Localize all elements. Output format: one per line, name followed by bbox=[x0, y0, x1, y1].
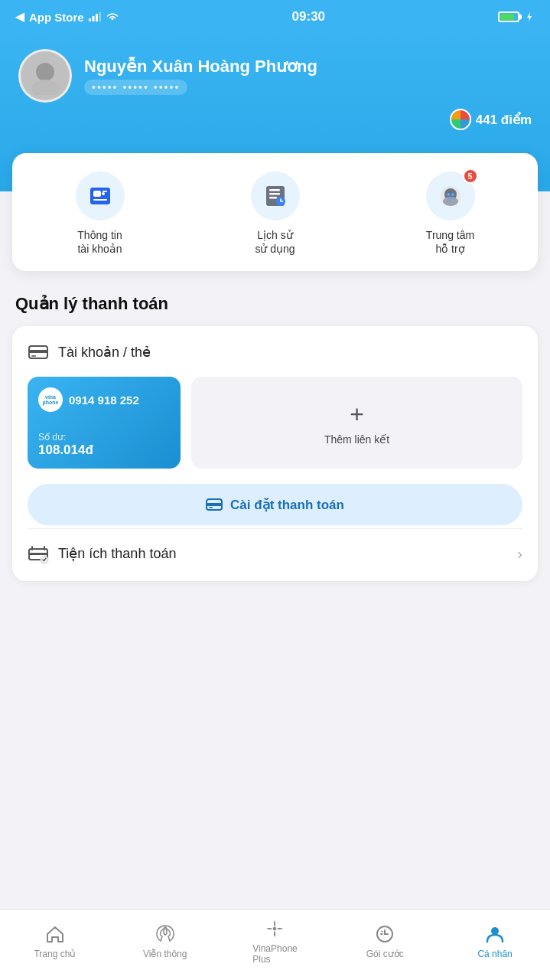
svg-rect-3 bbox=[99, 12, 101, 21]
svg-point-21 bbox=[451, 193, 454, 196]
svg-rect-8 bbox=[93, 191, 101, 197]
home-icon bbox=[44, 923, 67, 946]
support-badge: 5 bbox=[463, 168, 478, 184]
support-icon-wrap: 5 bbox=[426, 172, 475, 220]
tab-packages[interactable]: Gói cước bbox=[354, 923, 415, 959]
points-row: 441 điểm bbox=[18, 109, 532, 130]
account-info-icon bbox=[87, 183, 113, 209]
svg-rect-14 bbox=[269, 193, 280, 195]
svg-rect-13 bbox=[269, 189, 280, 191]
vina-balance-label: Số dư: bbox=[38, 432, 170, 443]
svg-rect-9 bbox=[93, 199, 107, 201]
svg-rect-26 bbox=[207, 503, 222, 506]
back-arrow: ◀ bbox=[15, 10, 24, 24]
quick-item-account-info[interactable]: Thông tintài khoản bbox=[68, 172, 132, 256]
quick-item-usage-history[interactable]: Lịch sửsử dụng bbox=[243, 172, 308, 256]
account-cards-row: vinaphone 0914 918 252 Số dư: 108.014đ +… bbox=[28, 377, 522, 469]
account-info-label: Thông tintài khoản bbox=[77, 228, 122, 256]
telecom-icon bbox=[154, 923, 177, 946]
signal-icon bbox=[89, 12, 101, 21]
vina-balance-section: Số dư: 108.014đ bbox=[38, 432, 170, 458]
utility-icon bbox=[28, 543, 49, 564]
account-card-title: Tài khoản / thẻ bbox=[58, 344, 151, 361]
svg-rect-1 bbox=[92, 16, 94, 21]
svg-point-6 bbox=[31, 80, 59, 95]
support-label: Trung tâmhỗ trợ bbox=[426, 228, 474, 256]
card-icon bbox=[28, 341, 49, 363]
vina-card-top: vinaphone 0914 918 252 bbox=[38, 387, 170, 412]
vina-balance: 108.014đ bbox=[38, 443, 170, 458]
wifi-icon bbox=[106, 11, 119, 22]
status-bar: ◀ App Store 09:30 bbox=[0, 0, 550, 34]
status-battery bbox=[498, 11, 535, 22]
divider bbox=[28, 528, 522, 529]
svg-point-32 bbox=[273, 927, 276, 930]
usage-history-icon-wrap bbox=[251, 172, 300, 220]
svg-rect-0 bbox=[89, 18, 91, 21]
personal-icon bbox=[483, 923, 506, 946]
tab-personal[interactable]: Cá nhân bbox=[464, 923, 526, 959]
svg-rect-27 bbox=[209, 507, 213, 508]
points-badge: 441 điểm bbox=[450, 109, 532, 130]
quick-actions-card: Thông tintài khoản Lịch sửsử dụng 5 bbox=[12, 153, 538, 271]
svg-rect-23 bbox=[29, 350, 47, 353]
profile-row: Nguyễn Xuân Hoàng Phương ••••• ••••• •••… bbox=[18, 49, 532, 103]
packages-icon bbox=[373, 923, 396, 946]
svg-marker-4 bbox=[527, 12, 532, 21]
tab-bar: Trang chủ Viễn thông VinaPhonePlus bbox=[0, 909, 550, 980]
svg-rect-24 bbox=[31, 355, 36, 357]
tab-telecom-label: Viễn thông bbox=[143, 949, 187, 959]
svg-point-20 bbox=[447, 193, 450, 196]
profile-name: Nguyễn Xuân Hoàng Phương bbox=[84, 57, 532, 77]
vina-logo: vinaphone bbox=[38, 387, 63, 412]
payment-section-title: Quản lý thanh toán bbox=[15, 294, 535, 314]
utility-label: Tiện ích thanh toán bbox=[58, 545, 508, 562]
svg-rect-11 bbox=[103, 191, 107, 192]
tab-home[interactable]: Trang chủ bbox=[24, 923, 86, 959]
main-content: Thông tintài khoản Lịch sửsử dụng 5 bbox=[0, 191, 550, 670]
avatar[interactable] bbox=[18, 49, 72, 103]
utility-row[interactable]: Tiện ích thanh toán › bbox=[28, 532, 522, 566]
points-icon bbox=[450, 109, 471, 130]
setup-payment-label: Cài đặt thanh toán bbox=[230, 497, 344, 513]
add-link-label: Thêm liên kết bbox=[324, 433, 389, 446]
points-value: 441 điểm bbox=[476, 112, 532, 128]
tab-vinaphone-label: VinaPhonePlus bbox=[252, 943, 298, 965]
avatar-image bbox=[26, 57, 64, 95]
vina-card[interactable]: vinaphone 0914 918 252 Số dư: 108.014đ bbox=[28, 377, 181, 469]
svg-rect-15 bbox=[269, 197, 277, 199]
payment-card-header: Tài khoản / thẻ bbox=[28, 341, 522, 363]
vinaphone-plus-icon bbox=[263, 917, 286, 940]
profile-info: Nguyễn Xuân Hoàng Phương ••••• ••••• •••… bbox=[84, 57, 532, 95]
account-info-icon-wrap bbox=[76, 172, 125, 220]
status-time: 09:30 bbox=[292, 9, 325, 24]
quick-item-support[interactable]: 5 Trung tâmhỗ trợ bbox=[418, 172, 483, 256]
tab-packages-label: Gói cước bbox=[366, 949, 404, 959]
setup-payment-button[interactable]: Cài đặt thanh toán bbox=[28, 484, 522, 525]
svg-point-34 bbox=[491, 927, 499, 935]
payment-card: Tài khoản / thẻ vinaphone 0914 918 252 S… bbox=[12, 326, 538, 581]
chevron-right-icon: › bbox=[517, 545, 522, 563]
charging-icon bbox=[524, 11, 535, 22]
add-link-card[interactable]: + Thêm liên kết bbox=[191, 377, 522, 469]
tab-vinaphone-plus[interactable]: VinaPhonePlus bbox=[244, 917, 305, 965]
profile-phone: ••••• ••••• ••••• bbox=[84, 80, 187, 95]
usage-history-label: Lịch sửsử dụng bbox=[255, 228, 295, 256]
setup-payment-icon bbox=[206, 496, 223, 513]
svg-point-10 bbox=[102, 192, 105, 195]
svg-rect-2 bbox=[96, 14, 98, 21]
svg-rect-29 bbox=[29, 553, 47, 555]
add-link-plus-icon: + bbox=[350, 400, 364, 429]
tab-personal-label: Cá nhân bbox=[477, 949, 512, 959]
battery-icon bbox=[498, 11, 519, 22]
support-icon bbox=[438, 183, 464, 209]
tab-home-label: Trang chủ bbox=[34, 949, 76, 959]
usage-history-icon bbox=[262, 183, 288, 209]
status-carrier: ◀ App Store bbox=[15, 10, 119, 24]
vina-phone: 0914 918 252 bbox=[69, 394, 139, 407]
tab-telecom[interactable]: Viễn thông bbox=[135, 923, 196, 959]
svg-point-5 bbox=[36, 63, 54, 81]
